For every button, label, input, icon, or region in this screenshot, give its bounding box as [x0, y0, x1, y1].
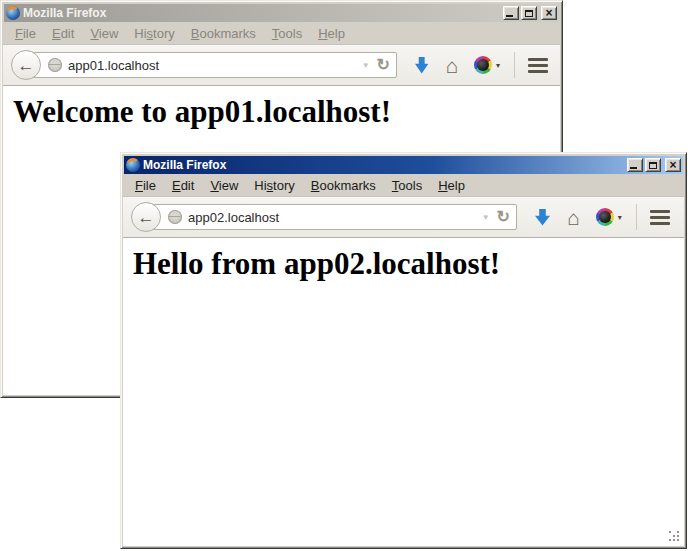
window-title: Mozilla Firefox [143, 156, 624, 174]
maximize-icon [525, 10, 533, 17]
home-button[interactable]: ⌂ [445, 55, 458, 76]
url-text[interactable]: app02.localhost [188, 210, 478, 225]
chevron-down-icon: ▾ [618, 213, 622, 222]
menu-tools[interactable]: Tools [384, 176, 430, 195]
menu-bar: File Edit View History Bookmarks Tools H… [123, 175, 684, 196]
menu-history[interactable]: History [246, 176, 302, 195]
page-heading: Welcome to app01.localhost! [13, 94, 560, 130]
window-title: Mozilla Firefox [23, 4, 500, 22]
firefox-icon [126, 158, 140, 172]
menu-help[interactable]: Help [430, 176, 473, 195]
menu-edit[interactable]: Edit [164, 176, 202, 195]
minimize-button[interactable] [503, 6, 519, 20]
back-button[interactable]: ← [11, 50, 41, 80]
maximize-icon [649, 162, 657, 169]
menu-file[interactable]: File [127, 176, 164, 195]
menu-bar: File Edit View History Bookmarks Tools H… [3, 23, 560, 44]
resize-grip[interactable] [669, 531, 681, 543]
site-globe-icon [48, 58, 62, 72]
open-menu-button[interactable] [650, 210, 670, 225]
navigation-toolbar: ← app02.localhost ▼ ↻ ⌂ ▾ [123, 196, 684, 238]
open-menu-button[interactable] [528, 58, 548, 73]
addon-button[interactable]: ▾ [474, 56, 500, 74]
reload-button[interactable]: ↻ [497, 209, 510, 225]
back-icon: ← [18, 57, 35, 74]
menu-history[interactable]: History [126, 24, 182, 43]
minimize-icon [630, 167, 637, 169]
home-button[interactable]: ⌂ [567, 207, 580, 228]
url-bar[interactable]: app01.localhost ▼ ↻ [25, 52, 397, 78]
menu-bookmarks[interactable]: Bookmarks [183, 24, 264, 43]
back-button[interactable]: ← [131, 202, 161, 232]
url-dropdown-icon[interactable]: ▼ [362, 61, 370, 70]
window-controls: × [627, 158, 681, 172]
menu-file[interactable]: File [7, 24, 44, 43]
site-globe-icon [168, 210, 182, 224]
downloads-button[interactable] [415, 57, 428, 74]
minimize-button[interactable] [627, 158, 643, 172]
menu-edit[interactable]: Edit [44, 24, 82, 43]
maximize-button[interactable] [521, 6, 537, 20]
toolbar-separator [636, 204, 637, 230]
reload-button[interactable]: ↻ [377, 57, 390, 73]
firefox-icon [6, 6, 20, 20]
menu-tools[interactable]: Tools [264, 24, 310, 43]
window-controls: × [503, 6, 557, 20]
chevron-down-icon: ▾ [496, 61, 500, 70]
menu-bookmarks[interactable]: Bookmarks [303, 176, 384, 195]
page-content: Hello from app02.localhost! [123, 238, 684, 546]
close-icon: × [545, 8, 552, 18]
navigation-toolbar: ← app01.localhost ▼ ↻ ⌂ ▾ [3, 44, 560, 86]
menu-help[interactable]: Help [310, 24, 353, 43]
url-dropdown-icon[interactable]: ▼ [482, 213, 490, 222]
url-text[interactable]: app01.localhost [68, 58, 358, 73]
menu-view[interactable]: View [202, 176, 246, 195]
url-bar[interactable]: app02.localhost ▼ ↻ [145, 204, 517, 230]
downloads-button[interactable] [535, 209, 550, 226]
maximize-button[interactable] [645, 158, 661, 172]
browser-window-app02: Mozilla Firefox × File Edit View History… [120, 152, 687, 549]
close-button[interactable]: × [541, 6, 557, 20]
back-icon: ← [138, 209, 155, 226]
titlebar[interactable]: Mozilla Firefox × [4, 4, 559, 22]
minimize-icon [506, 15, 513, 17]
toolbar-separator [514, 52, 515, 78]
color-wheel-icon [596, 208, 614, 226]
addon-button[interactable]: ▾ [596, 208, 622, 226]
page-heading: Hello from app02.localhost! [133, 246, 684, 282]
color-wheel-icon [474, 56, 492, 74]
titlebar[interactable]: Mozilla Firefox × [124, 156, 683, 174]
menu-view[interactable]: View [82, 24, 126, 43]
close-button[interactable]: × [665, 158, 681, 172]
close-icon: × [669, 160, 676, 170]
